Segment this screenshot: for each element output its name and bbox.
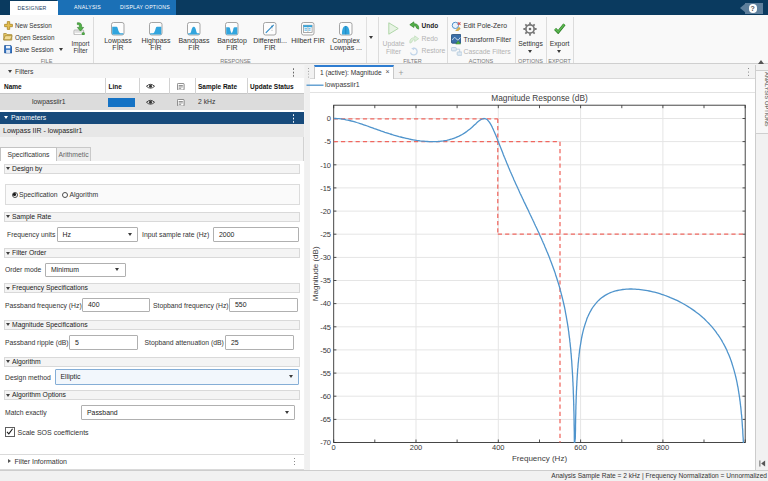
svg-text:ANALYSIS OPTIONS: ANALYSIS OPTIONS <box>764 72 768 127</box>
